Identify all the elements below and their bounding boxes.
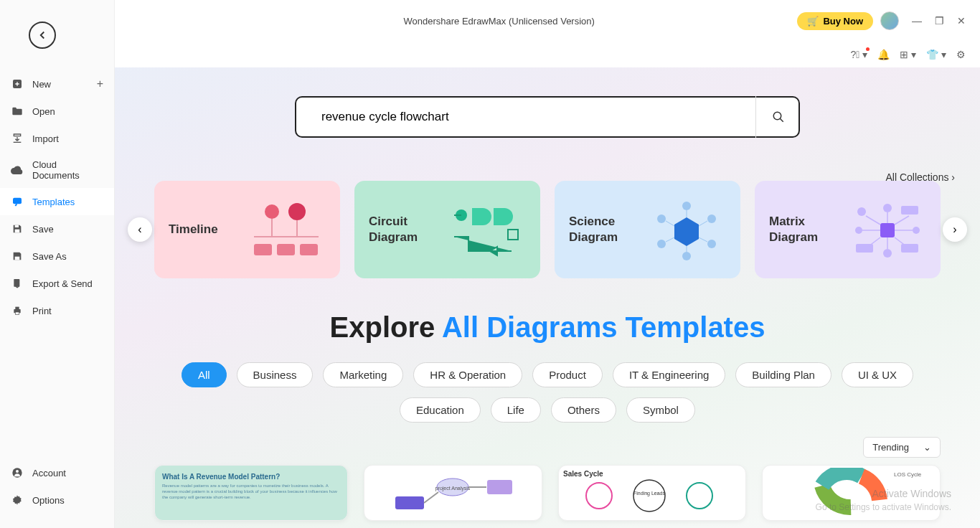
chip-all[interactable]: All [182,362,227,387]
svg-point-25 [682,202,691,210]
card-label: Timeline [169,222,218,237]
sidebar-item-account[interactable]: Account [0,459,114,486]
sidebar-item-import[interactable]: Import [0,125,114,152]
svg-rect-49 [487,480,512,494]
maximize-button[interactable]: ❐ [935,15,944,27]
settings-icon[interactable]: ⚙ [956,49,966,60]
svg-rect-46 [395,496,424,509]
bell-icon[interactable]: 🔔 [877,49,890,60]
sidebar-menu: New + Open Import Cloud Documents Templa… [0,70,114,459]
svg-point-15 [288,203,306,220]
windows-watermark-sub: Go to Settings to activate Windows. [816,502,951,512]
card-timeline[interactable]: Timeline [154,181,340,278]
sidebar-item-templates[interactable]: Templates [0,188,114,215]
svg-point-53 [687,483,712,509]
sidebar-item-label: Print [32,306,52,316]
chip-others[interactable]: Others [551,397,616,423]
sidebar-item-label: Options [32,495,65,506]
template-card[interactable]: What Is A Revenue Model Pattern? Revenue… [154,465,348,521]
sort-dropdown[interactable]: Trending ⌄ [863,437,941,458]
card-circuit[interactable]: Circuit Diagram [354,181,540,278]
svg-point-14 [265,204,279,219]
svg-point-11 [16,470,19,473]
sidebar-item-options[interactable]: Options [0,486,114,514]
cards-prev-button[interactable]: ‹ [128,217,152,242]
minimize-button[interactable]: — [912,15,922,27]
back-button[interactable] [29,22,56,49]
svg-point-27 [707,240,716,248]
help-icon[interactable]: ?⃝ ▾ [850,49,867,60]
search-input[interactable] [295,96,800,138]
avatar[interactable] [880,11,899,30]
sidebar-item-export[interactable]: Export & Send [0,270,114,297]
secondary-toolbar: ?⃝ ▾ 🔔 ⊞ ▾ 👕 ▾ ⚙ [115,42,980,67]
svg-line-36 [666,221,674,226]
category-cards: ‹ › Timeline Circuit Diagram Science Dia… [115,181,980,278]
buy-label: Buy Now [823,16,863,27]
svg-rect-45 [901,244,918,253]
close-button[interactable]: ✕ [957,15,966,27]
chip-hr[interactable]: HR & Operation [413,362,522,387]
sidebar-item-cloud[interactable]: Cloud Documents [0,152,114,188]
chip-product[interactable]: Product [532,362,603,387]
buy-now-button[interactable]: 🛒 Buy Now [797,12,873,30]
sidebar-item-save[interactable]: Save [0,215,114,242]
apps-icon[interactable]: ⊞ ▾ [900,49,916,60]
svg-rect-4 [15,230,20,233]
sidebar-item-label: Save [32,224,54,235]
plus-icon[interactable]: + [97,77,103,90]
svg-rect-21 [300,244,318,255]
shirt-icon[interactable]: 👕 ▾ [926,49,946,60]
window-controls: — ❐ ✕ [912,15,966,27]
windows-watermark: Activate Windows [872,488,951,499]
svg-rect-2 [13,198,22,204]
explore-heading: Explore All Diagrams Templates [115,311,980,344]
svg-rect-3 [15,225,19,227]
svg-point-13 [773,112,781,120]
svg-marker-24 [674,217,699,246]
chip-uiux[interactable]: UI & UX [842,362,913,387]
sidebar-item-new[interactable]: New + [0,70,114,98]
sidebar-item-label: Import [32,133,59,144]
svg-line-32 [699,221,707,226]
search-button[interactable] [755,96,800,138]
chip-education[interactable]: Education [400,397,481,423]
svg-rect-1 [14,142,22,143]
card-matrix[interactable]: Matrix Diagram [755,181,941,278]
svg-rect-20 [277,244,295,255]
sidebar-item-print[interactable]: Print [0,297,114,324]
export-icon [11,277,24,290]
cart-icon: 🛒 [807,16,819,27]
svg-point-26 [707,214,716,223]
sidebar-item-open[interactable]: Open [0,98,114,125]
chip-building[interactable]: Building Plan [735,362,831,387]
template-card[interactable]: Sales Cycle Finding Leads [558,465,746,521]
svg-line-35 [666,237,674,242]
card-science[interactable]: Science Diagram [555,181,740,278]
svg-rect-6 [14,279,19,287]
chip-life[interactable]: Life [491,397,541,423]
chip-marketing[interactable]: Marketing [323,362,403,387]
app-title: Wondershare EdrawMax (Unlicensed Version… [201,16,797,27]
svg-point-29 [657,240,666,248]
print-icon [11,304,24,317]
svg-text:project Analysis: project Analysis [435,486,471,491]
chip-it[interactable]: IT & Engineering [613,362,725,387]
matrix-icon [847,194,926,265]
template-results: What Is A Revenue Model Pattern? Revenue… [115,465,980,528]
science-icon [647,194,726,265]
template-card[interactable]: project Analysis [364,465,543,521]
chip-business[interactable]: Business [237,362,314,387]
svg-point-44 [883,249,892,258]
sidebar: New + Open Import Cloud Documents Templa… [0,0,115,528]
sidebar-item-saveas[interactable]: Save As [0,242,114,270]
download-icon [11,132,24,145]
sidebar-item-label: New [32,79,51,90]
chip-symbol[interactable]: Symbol [626,397,695,423]
sidebar-item-label: Open [32,106,55,117]
save-as-icon [11,250,24,263]
chat-icon [11,195,24,208]
sidebar-item-label: Save As [32,251,67,262]
cards-next-button[interactable]: › [943,217,967,242]
svg-point-41 [855,227,862,234]
